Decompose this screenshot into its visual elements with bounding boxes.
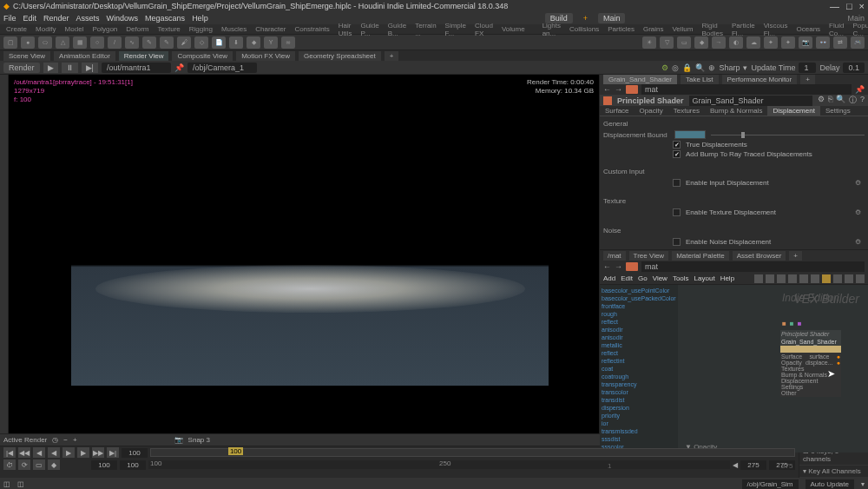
menu-help[interactable]: Help bbox=[192, 14, 208, 23]
network-body[interactable]: basecolor_usePointColor basecolor_usePac… bbox=[600, 285, 868, 453]
key-icon[interactable]: ◆ bbox=[48, 459, 60, 470]
gear-icon[interactable]: ⚙ bbox=[818, 95, 825, 106]
tab-composite[interactable]: Composite View bbox=[172, 51, 233, 61]
net-view[interactable]: View bbox=[653, 274, 667, 282]
out-dot[interactable]: ● bbox=[837, 360, 840, 366]
back-icon[interactable]: ← bbox=[603, 85, 611, 94]
light-sky-icon[interactable]: ☁ bbox=[746, 36, 760, 49]
ntab-mat[interactable]: /mat bbox=[603, 251, 626, 261]
timeline-ruler[interactable]: 100 250 bbox=[148, 460, 730, 469]
list-item[interactable]: rough bbox=[602, 310, 676, 318]
list-item[interactable]: priority bbox=[602, 412, 676, 420]
shelf-vellum[interactable]: Vellum bbox=[669, 25, 695, 33]
tool-icon[interactable] bbox=[799, 274, 808, 283]
shelf-muscles[interactable]: Muscles bbox=[219, 25, 249, 33]
shelf-grains[interactable]: Grains bbox=[641, 25, 667, 33]
last-frame-icon[interactable]: ▶| bbox=[107, 447, 119, 458]
play-reverse-icon[interactable]: ◀ bbox=[48, 447, 60, 458]
lock-icon[interactable]: 🔒 bbox=[682, 63, 692, 72]
tab-perf-mon[interactable]: Performance Monitor bbox=[722, 75, 798, 84]
delay-field[interactable]: 0.1 bbox=[843, 63, 865, 73]
tex-gear-icon[interactable]: ⚙ bbox=[855, 208, 861, 216]
next-frame-icon[interactable]: ▶ bbox=[77, 447, 89, 458]
shelf-constraints[interactable]: Constraints bbox=[292, 25, 332, 33]
end-field[interactable]: 275 bbox=[740, 460, 766, 470]
list-item[interactable]: anisodir bbox=[602, 334, 676, 341]
stab-displacement[interactable]: Displacement bbox=[767, 106, 819, 116]
node-input-list[interactable]: basecolor_usePointColor basecolor_usePac… bbox=[600, 285, 678, 453]
node-flag-icon[interactable]: ■ bbox=[782, 320, 786, 327]
tab-render-view[interactable]: Render View bbox=[119, 51, 169, 61]
gamepad-icon[interactable]: 🎮 bbox=[851, 36, 865, 49]
menu-windows[interactable]: Windows bbox=[107, 14, 139, 23]
minimize-icon[interactable]: — bbox=[830, 1, 839, 11]
minus-icon[interactable]: − bbox=[63, 436, 68, 444]
list-item[interactable]: dispersion bbox=[602, 404, 676, 412]
list-item[interactable]: coat bbox=[602, 365, 676, 373]
start2-field[interactable]: 100 bbox=[120, 460, 146, 470]
noise-gear-icon[interactable]: ⚙ bbox=[855, 238, 861, 246]
shelf-cloud[interactable]: Cloud FX bbox=[472, 22, 496, 37]
param-path-field[interactable]: mat bbox=[641, 84, 852, 95]
mat-net-icon[interactable] bbox=[626, 85, 638, 94]
tool-cone-icon[interactable]: △ bbox=[56, 36, 69, 49]
global-anim-label[interactable]: ▾ Key All Channels bbox=[799, 466, 868, 478]
loop-icon[interactable]: ⟳ bbox=[18, 459, 30, 470]
list-item[interactable]: reflectint bbox=[602, 357, 676, 365]
ortho-icon[interactable]: ◫ bbox=[3, 480, 10, 488]
tool-path-icon[interactable]: ✎ bbox=[142, 36, 156, 49]
pause-icon[interactable]: ⏸ bbox=[62, 63, 78, 73]
list-item[interactable]: reflect bbox=[602, 349, 676, 357]
stereo-icon[interactable]: 👓 bbox=[816, 36, 830, 49]
network-graph[interactable]: Indie Edition VEX Builder ■ ■ ■ Principl… bbox=[678, 285, 868, 453]
list-item[interactable]: transparency bbox=[602, 380, 676, 388]
shelf-hairutils[interactable]: Hair Utils bbox=[336, 22, 355, 37]
tool-paint-icon[interactable]: 🖌 bbox=[177, 36, 191, 49]
plus-icon[interactable]: + bbox=[73, 436, 77, 444]
tool-file-icon[interactable]: 📄 bbox=[212, 36, 226, 49]
light-spot-icon[interactable]: ▽ bbox=[660, 36, 674, 49]
disp-bound-field[interactable] bbox=[674, 130, 706, 139]
tool-draw-icon[interactable]: ✎ bbox=[160, 36, 174, 49]
net-edit[interactable]: Edit bbox=[621, 274, 633, 282]
list-item[interactable]: metallic bbox=[602, 341, 676, 349]
enable-tex-check[interactable] bbox=[673, 208, 681, 216]
zoom-icon[interactable]: ⊕ bbox=[708, 63, 715, 72]
camera-small-icon[interactable]: 📷 bbox=[174, 436, 183, 444]
shelf-oceans[interactable]: Oceans bbox=[794, 25, 824, 33]
find-icon[interactable]: 🔍 bbox=[836, 95, 845, 106]
shelf-polygon[interactable]: Polygon bbox=[89, 25, 120, 33]
net-mat-icon[interactable] bbox=[626, 262, 638, 271]
light-area-icon[interactable]: ▭ bbox=[677, 36, 691, 49]
list-item[interactable]: basecolor_usePointColor bbox=[602, 287, 676, 294]
render-button[interactable]: Render bbox=[3, 63, 40, 73]
shader-node[interactable]: Principled Shader Grain_Sand_Shader Surf… bbox=[780, 330, 841, 397]
out-dot[interactable]: ● bbox=[837, 354, 840, 360]
realtime-icon[interactable]: ⏱ bbox=[3, 459, 16, 470]
shelf-create[interactable]: Create bbox=[3, 25, 30, 33]
ntab-matpal[interactable]: Material Palette bbox=[672, 251, 729, 261]
stab-textures[interactable]: Textures bbox=[668, 106, 705, 116]
next-icon[interactable]: ▶| bbox=[82, 63, 98, 73]
camera-icon[interactable]: 📷 bbox=[799, 36, 812, 49]
ntab-tree[interactable]: Tree View bbox=[629, 251, 669, 261]
frame-field[interactable]: 100 bbox=[122, 448, 148, 458]
net-go[interactable]: Go bbox=[638, 274, 648, 282]
left-arrow-icon[interactable]: ◀ bbox=[733, 461, 738, 469]
tool-icon[interactable] bbox=[811, 274, 819, 283]
tool-line-icon[interactable]: / bbox=[108, 36, 122, 49]
light-geo-icon[interactable]: ◆ bbox=[694, 36, 708, 49]
shelf-texture[interactable]: Texture bbox=[155, 25, 183, 33]
node-flag-icon[interactable]: ■ bbox=[790, 320, 794, 327]
stab-opacity[interactable]: Opacity bbox=[635, 106, 668, 116]
net-back-icon[interactable]: ← bbox=[603, 262, 611, 271]
enable-noise-check[interactable] bbox=[673, 238, 681, 246]
play-forward-icon[interactable]: ▶ bbox=[62, 447, 75, 458]
sharp-dropdown-icon[interactable]: ▾ bbox=[743, 63, 747, 72]
dropdown-icon[interactable]: ▾ bbox=[861, 480, 865, 488]
light-point-icon[interactable]: ☀ bbox=[642, 36, 656, 49]
prev-key-icon[interactable]: ◀◀ bbox=[18, 447, 30, 458]
tool-icon[interactable] bbox=[822, 274, 831, 283]
tab-motionfx[interactable]: Motion FX View bbox=[236, 51, 295, 61]
list-item[interactable]: frontface bbox=[602, 302, 676, 310]
